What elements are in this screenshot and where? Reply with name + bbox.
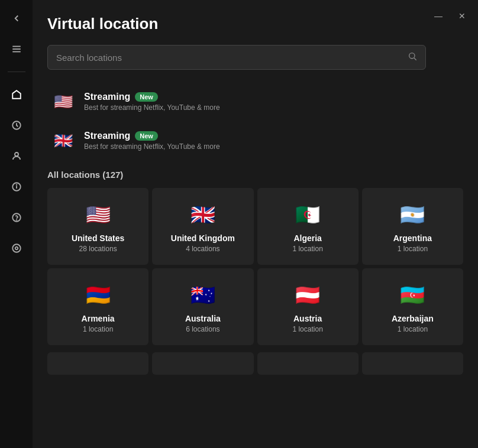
sidebar-item-menu[interactable] bbox=[7, 40, 26, 59]
location-card-az[interactable]: 🇦🇿 Azerbaijan 1 location bbox=[362, 268, 463, 345]
location-count-au: 6 locations bbox=[186, 325, 219, 333]
streaming-flag-us: 🇺🇸 bbox=[51, 89, 76, 114]
location-card-dz[interactable]: 🇩🇿 Algeria 1 location bbox=[257, 188, 358, 265]
close-button[interactable]: ✕ bbox=[455, 9, 469, 23]
sidebar bbox=[0, 0, 33, 448]
sidebar-item-help[interactable] bbox=[7, 208, 26, 227]
titlebar: — ✕ bbox=[431, 9, 469, 23]
location-count-dz: 1 location bbox=[292, 245, 322, 253]
location-flag-us: 🇺🇸 bbox=[86, 203, 111, 226]
page-title: Virtual location bbox=[47, 15, 463, 33]
main-content: — ✕ Virtual location 🇺🇸 Streaming New Be… bbox=[33, 0, 478, 448]
location-count-am: 1 location bbox=[83, 325, 113, 333]
locations-section-title: All locations (127) bbox=[47, 170, 463, 180]
location-name-uk: United Kingdom bbox=[171, 233, 235, 243]
sidebar-item-settings[interactable] bbox=[7, 239, 26, 258]
streaming-desc-us: Best for streaming Netflix, YouTube & mo… bbox=[84, 103, 220, 112]
location-card-at[interactable]: 🇦🇹 Austria 1 location bbox=[257, 268, 358, 345]
location-flag-au: 🇦🇺 bbox=[190, 283, 215, 307]
location-card-au[interactable]: 🇦🇺 Australia 6 locations bbox=[152, 268, 253, 345]
search-icon bbox=[408, 51, 417, 63]
location-flag-dz: 🇩🇿 bbox=[295, 203, 320, 226]
location-count-uk: 4 locations bbox=[186, 245, 219, 253]
sidebar-item-speed[interactable] bbox=[7, 116, 26, 135]
sidebar-item-back[interactable] bbox=[7, 9, 26, 28]
location-flag-at: 🇦🇹 bbox=[295, 283, 320, 307]
location-count-at: 1 location bbox=[292, 325, 322, 333]
streaming-badge-uk: New bbox=[135, 131, 158, 141]
streaming-item-us[interactable]: 🇺🇸 Streaming New Best for streaming Netf… bbox=[47, 85, 463, 119]
svg-point-10 bbox=[15, 247, 18, 250]
streaming-info-us: Streaming New Best for streaming Netflix… bbox=[84, 92, 220, 112]
location-name-ar: Argentina bbox=[393, 233, 432, 243]
location-card-partial-1[interactable] bbox=[152, 352, 253, 375]
svg-point-9 bbox=[16, 220, 17, 220]
svg-point-4 bbox=[15, 152, 18, 156]
streaming-label-us: Streaming New bbox=[84, 92, 220, 102]
location-card-us[interactable]: 🇺🇸 United States 28 locations bbox=[47, 188, 148, 265]
location-card-partial-2[interactable] bbox=[257, 352, 358, 375]
streaming-info-uk: Streaming New Best for streaming Netflix… bbox=[84, 131, 220, 151]
svg-point-7 bbox=[16, 184, 17, 185]
location-count-az: 1 location bbox=[398, 325, 428, 333]
svg-point-11 bbox=[12, 244, 21, 252]
streaming-flag-uk: 🇬🇧 bbox=[51, 128, 76, 153]
location-flag-am: 🇦🇲 bbox=[86, 283, 111, 307]
streaming-desc-uk: Best for streaming Netflix, YouTube & mo… bbox=[84, 142, 220, 151]
svg-point-12 bbox=[409, 53, 415, 59]
location-name-au: Australia bbox=[185, 314, 221, 323]
search-bar[interactable] bbox=[47, 45, 426, 70]
location-name-am: Armenia bbox=[82, 314, 115, 323]
location-card-partial-3[interactable] bbox=[362, 352, 463, 375]
search-input[interactable] bbox=[56, 53, 408, 63]
minimize-button[interactable]: — bbox=[431, 9, 446, 23]
location-name-az: Azerbaijan bbox=[392, 314, 434, 323]
location-card-am[interactable]: 🇦🇲 Armenia 1 location bbox=[47, 268, 148, 345]
sidebar-item-info[interactable] bbox=[7, 177, 26, 196]
location-card-partial-0[interactable] bbox=[47, 352, 148, 375]
location-flag-az: 🇦🇿 bbox=[400, 283, 425, 307]
location-name-dz: Algeria bbox=[293, 233, 321, 243]
streaming-label-uk: Streaming New bbox=[84, 131, 220, 141]
location-name-us: United States bbox=[72, 233, 124, 243]
location-count-ar: 1 location bbox=[398, 245, 428, 253]
sidebar-item-home[interactable] bbox=[7, 85, 26, 104]
location-name-at: Austria bbox=[293, 314, 322, 323]
location-count-us: 28 locations bbox=[79, 245, 117, 253]
streaming-item-uk[interactable]: 🇬🇧 Streaming New Best for streaming Netf… bbox=[47, 124, 463, 158]
sidebar-item-account[interactable] bbox=[7, 147, 26, 165]
location-flag-ar: 🇦🇷 bbox=[400, 203, 425, 226]
streaming-section: 🇺🇸 Streaming New Best for streaming Netf… bbox=[47, 85, 463, 158]
location-card-uk[interactable]: 🇬🇧 United Kingdom 4 locations bbox=[152, 188, 253, 265]
sidebar-divider bbox=[8, 72, 25, 72]
location-flag-uk: 🇬🇧 bbox=[190, 203, 215, 226]
locations-grid: 🇺🇸 United States 28 locations 🇬🇧 United … bbox=[47, 188, 463, 375]
location-card-ar[interactable]: 🇦🇷 Argentina 1 location bbox=[362, 188, 463, 265]
svg-line-13 bbox=[414, 58, 416, 60]
streaming-badge-us: New bbox=[135, 92, 158, 102]
